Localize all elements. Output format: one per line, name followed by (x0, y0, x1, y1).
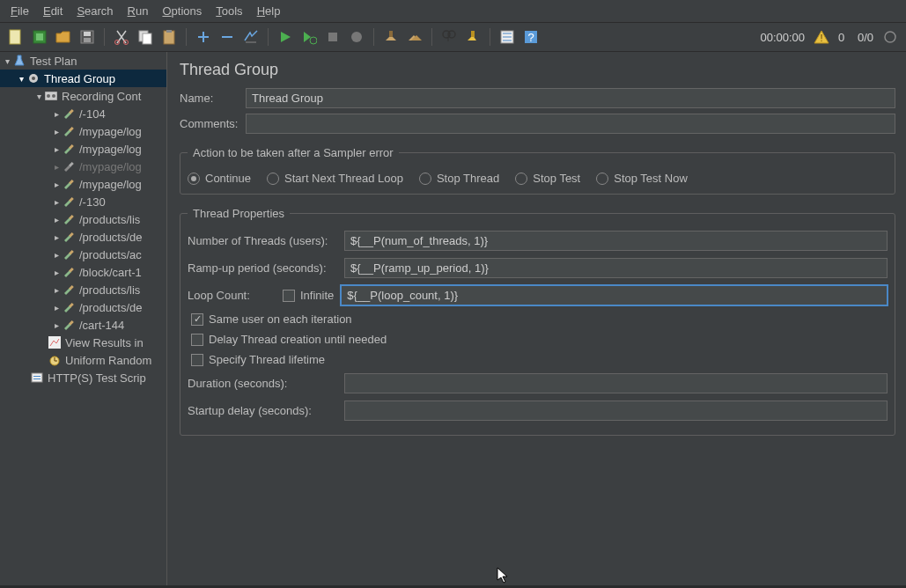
infinite-label: Infinite (300, 289, 334, 302)
tree-sampler[interactable]: ▸/products/de (0, 228, 166, 246)
menu-search[interactable]: Search (70, 2, 120, 20)
tree-item-label: /mypage/log (79, 160, 142, 173)
help-icon[interactable]: ? (520, 26, 541, 48)
shutdown-icon[interactable] (346, 26, 367, 48)
chevron-right-icon[interactable]: ▸ (51, 127, 62, 136)
comments-input[interactable] (246, 114, 895, 134)
chevron-right-icon[interactable]: ▸ (51, 162, 62, 172)
tree-sampler[interactable]: ▸/products/de (0, 298, 166, 316)
svg-point-14 (351, 32, 362, 42)
tree-item-label: /-104 (79, 107, 106, 121)
chevron-down-icon[interactable]: ▾ (33, 92, 44, 101)
chevron-right-icon[interactable]: ▸ (51, 320, 62, 330)
radio-stop-test-now[interactable]: Stop Test Now (596, 172, 688, 185)
start-noTimers-icon[interactable] (298, 26, 320, 48)
chevron-right-icon[interactable]: ▸ (51, 215, 62, 224)
tree-http-script-recorder[interactable]: HTTP(S) Test Scrip (0, 369, 166, 386)
warning-icon[interactable]: ! (811, 26, 832, 48)
svg-rect-42 (48, 336, 61, 349)
chevron-right-icon[interactable]: ▸ (51, 285, 62, 295)
collapse-icon[interactable] (217, 26, 238, 48)
chevron-right-icon[interactable]: ▸ (51, 180, 62, 189)
delay-checkbox[interactable] (191, 334, 203, 346)
new-icon[interactable] (5, 26, 26, 48)
radio-stop-test[interactable]: Stop Test (515, 172, 580, 185)
expand-icon[interactable] (193, 26, 214, 48)
chevron-right-icon[interactable]: ▸ (51, 144, 62, 154)
toggle-icon[interactable] (240, 26, 261, 48)
start-icon[interactable] (275, 26, 296, 48)
sameuser-checkbox[interactable] (191, 313, 203, 326)
clear-all-icon[interactable] (404, 26, 425, 48)
svg-rect-15 (389, 31, 393, 37)
menu-run[interactable]: Run (121, 2, 156, 20)
menu-tools[interactable]: Tools (209, 2, 249, 20)
open-icon[interactable] (53, 26, 74, 48)
tree-test-plan[interactable]: ▾ Test Plan (0, 52, 166, 70)
templates-icon[interactable] (29, 26, 50, 48)
chevron-right-icon[interactable]: ▸ (51, 197, 62, 207)
chevron-right-icon[interactable]: ▸ (51, 303, 62, 312)
function-helper-icon[interactable] (497, 26, 518, 48)
tree-sampler[interactable]: ▸/products/lis (0, 210, 166, 228)
loopcount-input[interactable] (341, 285, 888, 305)
radio-icon[interactable] (267, 173, 279, 185)
stop-icon[interactable] (322, 26, 343, 48)
search-icon[interactable] (438, 26, 460, 48)
sampler-icon (62, 247, 76, 261)
tree-item-label: /-130 (79, 195, 106, 209)
search-reset-icon[interactable] (462, 26, 483, 48)
tree-sampler[interactable]: ▸/mypage/log (0, 175, 166, 193)
tree-sampler[interactable]: ▸/-104 (0, 105, 166, 122)
paste-icon[interactable] (158, 26, 180, 48)
sampler-error-legend: Action to be taken after a Sampler error (188, 146, 399, 159)
tree-uniform-random[interactable]: Uniform Random (0, 351, 166, 369)
menu-options[interactable]: Options (155, 2, 209, 20)
svg-point-27 (47, 94, 50, 98)
tree-sampler[interactable]: ▸/cart-144 (0, 316, 166, 334)
menu-file[interactable]: File (4, 2, 36, 20)
test-plan-tree[interactable]: ▾ Test Plan ▾ Thread Group ▾ Recording C… (0, 52, 167, 585)
tree-thread-group[interactable]: ▾ Thread Group (0, 70, 166, 87)
radio-stop-thread[interactable]: Stop Thread (419, 172, 499, 185)
menu-edit[interactable]: Edit (36, 2, 70, 20)
chevron-right-icon[interactable]: ▸ (51, 250, 62, 260)
sampler-icon (62, 142, 76, 156)
tree-sampler[interactable]: ▸/mypage/log (0, 140, 166, 158)
chevron-down-icon[interactable]: ▾ (2, 56, 12, 66)
tree-sampler[interactable]: ▸/products/lis (0, 281, 166, 298)
radio-icon[interactable] (419, 173, 431, 185)
sampler-icon (62, 124, 76, 138)
save-icon[interactable] (77, 26, 98, 48)
clear-icon[interactable] (380, 26, 401, 48)
tree-sampler[interactable]: ▸/mypage/log (0, 122, 166, 140)
infinite-checkbox[interactable] (283, 290, 295, 302)
radio-start-next-loop[interactable]: Start Next Thread Loop (267, 172, 403, 185)
copy-icon[interactable] (135, 26, 156, 48)
svg-rect-13 (328, 33, 337, 41)
tree-sampler[interactable]: ▸/block/cart-1 (0, 263, 166, 281)
tree-sampler[interactable]: ▸/mypage/log (0, 158, 166, 175)
chevron-right-icon[interactable]: ▸ (51, 109, 62, 119)
numthreads-input[interactable] (344, 231, 888, 251)
cut-icon[interactable] (111, 26, 132, 48)
loopcount-label: Loop Count: (188, 289, 276, 302)
radio-icon[interactable] (188, 173, 200, 185)
radio-icon[interactable] (596, 173, 608, 185)
menu-help[interactable]: Help (250, 2, 288, 20)
radio-icon[interactable] (515, 173, 527, 185)
specify-lifetime-checkbox[interactable] (191, 354, 203, 366)
tree-view-results[interactable]: View Results in (0, 334, 166, 351)
tree-sampler[interactable]: ▸/-130 (0, 193, 166, 210)
name-input[interactable] (246, 88, 895, 108)
tree-sampler[interactable]: ▸/products/ac (0, 246, 166, 263)
tree-item-label: /products/lis (79, 283, 140, 297)
rampup-label: Ramp-up period (seconds): (188, 261, 344, 275)
chevron-right-icon[interactable]: ▸ (51, 232, 62, 242)
chevron-right-icon[interactable]: ▸ (51, 268, 62, 277)
rampup-input[interactable] (344, 258, 888, 278)
chevron-down-icon[interactable]: ▾ (16, 74, 26, 84)
tree-item-label: /products/ac (79, 248, 142, 261)
radio-continue[interactable]: Continue (188, 172, 251, 185)
tree-recording-controller[interactable]: ▾ Recording Cont (0, 87, 166, 105)
